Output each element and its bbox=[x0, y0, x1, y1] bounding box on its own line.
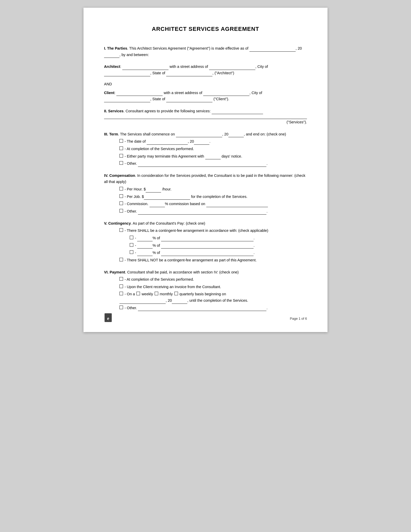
term-checkbox-2[interactable] bbox=[119, 146, 123, 150]
contingency-inner-1-text: - % of . bbox=[135, 235, 255, 241]
document-page: ARCHITECT SERVICES AGREEMENT I. The Part… bbox=[83, 8, 328, 332]
contingency-shall-not-checkbox[interactable] bbox=[119, 258, 123, 261]
architect-address-line bbox=[209, 66, 255, 70]
contingency-of3-line bbox=[161, 252, 254, 256]
term-text3: , and end on: (check one) bbox=[244, 132, 286, 136]
term-option-4-text: - Other. . bbox=[125, 160, 267, 167]
section-compensation: IV. Compensation. In consideration for t… bbox=[104, 172, 307, 215]
payment-monthly-checkbox[interactable] bbox=[155, 292, 158, 295]
client-address-line bbox=[203, 92, 249, 96]
payment-checkbox-3[interactable] bbox=[119, 292, 123, 295]
payment-option-2-text: - Upon the Client receiving an Invoice f… bbox=[125, 284, 221, 290]
footer-logo: e bbox=[104, 313, 112, 324]
term-checkbox-4[interactable] bbox=[119, 161, 123, 165]
contingency-shall: - There SHALL be a contingent-fee arrang… bbox=[119, 227, 307, 234]
year-line bbox=[104, 54, 119, 58]
footer-page-number: Page 1 of 6 bbox=[290, 317, 307, 320]
client-text2: with a street address of bbox=[163, 91, 203, 95]
contingency-inner-1: - % of . bbox=[130, 235, 307, 241]
contingency-inner-checkbox-2[interactable] bbox=[130, 243, 133, 247]
contingency-inner-3: - % of . bbox=[130, 250, 307, 256]
contingency-shall-not-text: - There SHALL NOT be a contingent-fee ar… bbox=[125, 257, 257, 263]
services-text2: ("Services"). bbox=[104, 119, 307, 125]
architect-text3: , City of bbox=[255, 65, 268, 69]
contingency-label: V. Contingency bbox=[104, 221, 131, 225]
parties-text: . This Architect Services Agreement ("Ag… bbox=[127, 46, 248, 50]
contingency-inner-checkbox-1[interactable] bbox=[130, 236, 133, 239]
comp-option-4-text: - Other. . bbox=[125, 208, 267, 215]
term-date-line bbox=[147, 141, 188, 145]
parties-text2: , 20 bbox=[296, 46, 302, 50]
comp-other-line bbox=[138, 211, 266, 215]
comp-job-line bbox=[144, 196, 190, 200]
payment-option-3: - On a weekly monthly quarterly basis be… bbox=[119, 291, 307, 297]
architect-text2: with a street address of bbox=[169, 65, 209, 69]
contingency-pct3-line bbox=[137, 252, 153, 256]
contingency-text1: . As part of the Consultant's Pay: (chec… bbox=[131, 221, 205, 225]
comp-checkbox-3[interactable] bbox=[119, 201, 123, 205]
comp-checkbox-1[interactable] bbox=[119, 187, 123, 190]
payment-option-1: - At completion of the Services performe… bbox=[119, 276, 307, 283]
comp-commission-base-line bbox=[206, 204, 268, 207]
comp-option-1-text: - Per Hour. $ /hour. bbox=[125, 186, 172, 192]
parties-text3: , by and between: bbox=[119, 53, 149, 57]
architect-colon: : bbox=[120, 65, 122, 69]
payment-quarterly-checkbox[interactable] bbox=[174, 292, 178, 295]
term-start-line bbox=[176, 134, 222, 137]
comp-option-4: - Other. . bbox=[119, 208, 307, 215]
architect-label: Architect bbox=[104, 65, 120, 69]
payment-option-1-text: - At completion of the Services performe… bbox=[125, 276, 194, 283]
client-label: Client bbox=[104, 91, 114, 95]
section-services: II. Services. Consultant agrees to provi… bbox=[104, 108, 307, 125]
payment-text1: . Consultant shall be paid, in accordanc… bbox=[125, 270, 239, 274]
contingency-of1-line bbox=[161, 237, 254, 241]
services-text1: . Consultant agrees to provide the follo… bbox=[124, 109, 212, 113]
payment-other-line bbox=[138, 307, 266, 311]
section-architect: Architect: with a street address of , Ci… bbox=[104, 63, 307, 76]
contingency-inner-2-text: - % of . bbox=[135, 242, 255, 249]
contingency-inner-checkbox-3[interactable] bbox=[130, 250, 133, 254]
term-checkbox-3[interactable] bbox=[119, 154, 123, 158]
contingency-inner-2: - % of . bbox=[130, 242, 307, 249]
compensation-label: IV. Compensation bbox=[104, 173, 135, 178]
document-title: ARCHITECT SERVICES AGREEMENT bbox=[104, 26, 307, 32]
payment-checkbox-2[interactable] bbox=[119, 285, 123, 288]
term-option-2: - At completion of the Services performe… bbox=[119, 146, 307, 152]
payment-other-checkbox[interactable] bbox=[119, 306, 123, 309]
comp-option-2: - Per Job. $ for the completion of the S… bbox=[119, 194, 307, 200]
term-option-3-text: - Either party may terminate this Agreem… bbox=[125, 153, 242, 160]
section-client: Client: with a street address of , City … bbox=[104, 90, 307, 102]
client-state-line bbox=[166, 98, 212, 102]
term-date-year-line bbox=[194, 141, 209, 145]
parties-label: I. The Parties bbox=[104, 46, 127, 50]
client-colon: : bbox=[114, 91, 116, 95]
payment-label: VI. Payment bbox=[104, 270, 125, 274]
section-contingency: V. Contingency. As part of the Consultan… bbox=[104, 220, 307, 263]
term-option-2-text: - At completion of the Services performe… bbox=[125, 146, 194, 152]
comp-commission-pct-line bbox=[150, 204, 165, 207]
services-label: II. Services bbox=[104, 109, 124, 113]
services-desc-line1 bbox=[212, 111, 263, 114]
term-option-4: - Other. . bbox=[119, 160, 307, 167]
services-desc-line2 bbox=[104, 115, 307, 119]
term-label: III. Term bbox=[104, 132, 118, 136]
payment-option-2: - Upon the Client receiving an Invoice f… bbox=[119, 284, 307, 290]
and-separator: AND bbox=[104, 82, 307, 86]
comp-option-1: - Per Hour. $ /hour. bbox=[119, 186, 307, 192]
comp-checkbox-2[interactable] bbox=[119, 194, 123, 198]
term-other-line bbox=[138, 163, 266, 167]
payment-option-other: - Other. . bbox=[119, 305, 307, 311]
payment-weekly-checkbox[interactable] bbox=[136, 292, 140, 295]
client-text3: , City of bbox=[249, 91, 262, 95]
payment-start-date-line bbox=[119, 300, 166, 304]
term-checkbox-1[interactable] bbox=[119, 139, 123, 143]
payment-checkbox-1[interactable] bbox=[119, 277, 123, 281]
contingency-pct2-line bbox=[137, 245, 153, 249]
contingency-pct1-line bbox=[137, 237, 153, 241]
contingency-inner-3-text: - % of . bbox=[135, 250, 255, 256]
payment-other-text: - Other. . bbox=[125, 305, 267, 311]
term-days-line bbox=[205, 156, 221, 160]
contingency-shall-checkbox[interactable] bbox=[119, 228, 123, 232]
svg-text:e: e bbox=[107, 316, 109, 321]
comp-checkbox-4[interactable] bbox=[119, 209, 123, 213]
